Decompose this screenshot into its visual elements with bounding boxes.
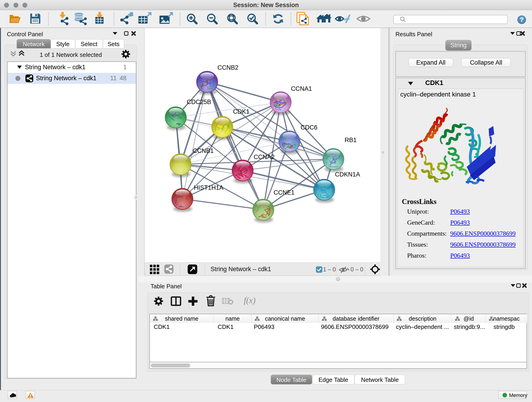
svg-text:CDK1: CDK1 (233, 108, 249, 115)
svg-text:CDC25B: CDC25B (187, 99, 211, 105)
svg-text:RB1: RB1 (345, 137, 357, 143)
svg-text:CDKN1A: CDKN1A (335, 171, 360, 178)
svg-text:CCNA2: CCNA2 (254, 153, 275, 160)
svg-text:CCNA1: CCNA1 (291, 85, 312, 92)
svg-text:CCNE1: CCNE1 (273, 189, 295, 196)
svg-text:CCNB1: CCNB1 (193, 147, 214, 154)
svg-text:HIST1H1A: HIST1H1A (194, 184, 223, 191)
svg-text:CDC6: CDC6 (301, 124, 317, 131)
svg-text:CCNB2: CCNB2 (217, 64, 239, 71)
